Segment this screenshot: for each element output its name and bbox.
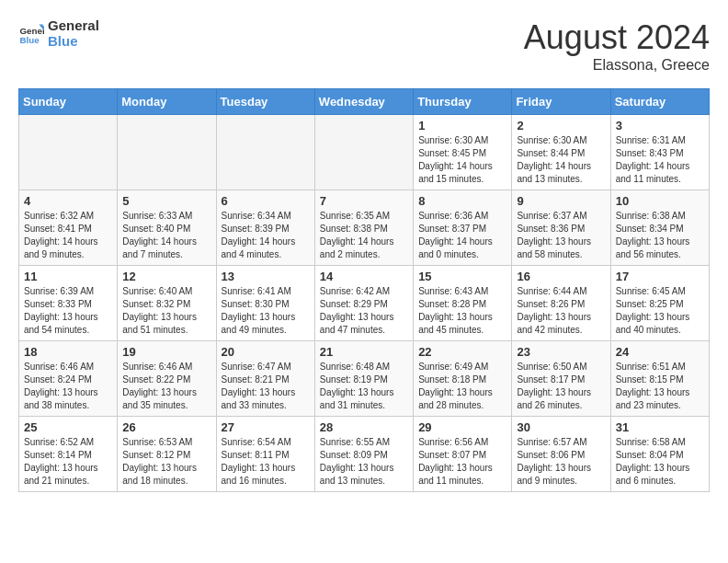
day-info: Sunrise: 6:48 AM Sunset: 8:19 PM Dayligh… [320,361,408,412]
day-number: 11 [24,270,112,283]
day-number: 28 [320,420,408,434]
day-number: 4 [24,194,112,208]
calendar-cell: 4Sunrise: 6:32 AM Sunset: 8:41 PM Daylig… [19,190,118,266]
calendar-cell: 15Sunrise: 6:43 AM Sunset: 8:28 PM Dayli… [414,266,512,341]
calendar-cell: 10Sunrise: 6:38 AM Sunset: 8:34 PM Dayli… [610,190,709,266]
calendar-cell: 17Sunrise: 6:45 AM Sunset: 8:25 PM Dayli… [610,266,709,341]
day-info: Sunrise: 6:37 AM Sunset: 8:36 PM Dayligh… [517,210,605,261]
calendar-cell: 13Sunrise: 6:41 AM Sunset: 8:30 PM Dayli… [216,266,314,341]
day-info: Sunrise: 6:35 AM Sunset: 8:38 PM Dayligh… [320,210,408,261]
day-number: 5 [122,194,210,208]
calendar-cell: 28Sunrise: 6:55 AM Sunset: 8:09 PM Dayli… [314,417,413,492]
day-number: 13 [222,270,310,283]
day-info: Sunrise: 6:34 AM Sunset: 8:39 PM Dayligh… [222,210,310,261]
calendar-cell: 14Sunrise: 6:42 AM Sunset: 8:29 PM Dayli… [314,266,413,341]
calendar-cell: 22Sunrise: 6:49 AM Sunset: 8:18 PM Dayli… [414,341,512,417]
day-number: 14 [320,270,408,283]
day-number: 21 [320,345,408,359]
day-info: Sunrise: 6:51 AM Sunset: 8:15 PM Dayligh… [616,361,704,412]
logo: General Blue General Blue [18,18,99,49]
day-info: Sunrise: 6:45 AM Sunset: 8:25 PM Dayligh… [616,285,704,337]
day-number: 27 [222,420,310,434]
day-number: 22 [418,345,506,359]
calendar-cell: 9Sunrise: 6:37 AM Sunset: 8:36 PM Daylig… [512,190,610,266]
day-info: Sunrise: 6:55 AM Sunset: 8:09 PM Dayligh… [320,436,408,488]
day-info: Sunrise: 6:43 AM Sunset: 8:28 PM Dayligh… [418,285,506,337]
day-number: 31 [616,420,704,434]
day-number: 3 [616,119,704,132]
day-info: Sunrise: 6:38 AM Sunset: 8:34 PM Dayligh… [616,210,704,261]
day-info: Sunrise: 6:30 AM Sunset: 8:44 PM Dayligh… [517,134,605,186]
calendar-cell: 19Sunrise: 6:46 AM Sunset: 8:22 PM Dayli… [118,341,216,417]
calendar-week-5: 25Sunrise: 6:52 AM Sunset: 8:14 PM Dayli… [19,417,710,492]
logo-text-blue: Blue [48,34,99,50]
calendar-cell: 29Sunrise: 6:56 AM Sunset: 8:07 PM Dayli… [414,417,512,492]
day-info: Sunrise: 6:49 AM Sunset: 8:18 PM Dayligh… [418,361,506,412]
calendar-cell: 1Sunrise: 6:30 AM Sunset: 8:45 PM Daylig… [414,115,512,190]
day-number: 2 [517,119,605,132]
calendar-cell: 5Sunrise: 6:33 AM Sunset: 8:40 PM Daylig… [118,190,216,266]
day-number: 26 [122,420,210,434]
day-number: 29 [418,420,506,434]
calendar-week-3: 11Sunrise: 6:39 AM Sunset: 8:33 PM Dayli… [19,266,710,341]
day-info: Sunrise: 6:57 AM Sunset: 8:06 PM Dayligh… [517,436,605,488]
col-header-monday: Monday [118,89,216,115]
day-number: 7 [320,194,408,208]
day-number: 24 [616,345,704,359]
day-info: Sunrise: 6:46 AM Sunset: 8:22 PM Dayligh… [122,361,210,412]
day-number: 15 [418,270,506,283]
calendar-week-1: 1Sunrise: 6:30 AM Sunset: 8:45 PM Daylig… [19,115,710,190]
calendar-cell [19,115,118,190]
day-number: 20 [222,345,310,359]
day-number: 16 [517,270,605,283]
day-info: Sunrise: 6:53 AM Sunset: 8:12 PM Dayligh… [122,436,210,488]
col-header-wednesday: Wednesday [314,89,413,115]
day-number: 1 [418,119,506,132]
day-info: Sunrise: 6:41 AM Sunset: 8:30 PM Dayligh… [222,285,310,337]
calendar-cell: 7Sunrise: 6:35 AM Sunset: 8:38 PM Daylig… [314,190,413,266]
day-info: Sunrise: 6:44 AM Sunset: 8:26 PM Dayligh… [517,285,605,337]
day-info: Sunrise: 6:54 AM Sunset: 8:11 PM Dayligh… [222,436,310,488]
day-info: Sunrise: 6:36 AM Sunset: 8:37 PM Dayligh… [418,210,506,261]
calendar-cell: 23Sunrise: 6:50 AM Sunset: 8:17 PM Dayli… [512,341,610,417]
day-info: Sunrise: 6:30 AM Sunset: 8:45 PM Dayligh… [418,134,506,186]
calendar-cell: 27Sunrise: 6:54 AM Sunset: 8:11 PM Dayli… [216,417,314,492]
logo-text-general: General [48,18,99,34]
day-info: Sunrise: 6:56 AM Sunset: 8:07 PM Dayligh… [418,436,506,488]
day-info: Sunrise: 6:52 AM Sunset: 8:14 PM Dayligh… [24,436,112,488]
day-info: Sunrise: 6:32 AM Sunset: 8:41 PM Dayligh… [24,210,112,261]
calendar-cell: 20Sunrise: 6:47 AM Sunset: 8:21 PM Dayli… [216,341,314,417]
day-info: Sunrise: 6:40 AM Sunset: 8:32 PM Dayligh… [122,285,210,337]
calendar-cell: 11Sunrise: 6:39 AM Sunset: 8:33 PM Dayli… [19,266,118,341]
day-number: 6 [222,194,310,208]
col-header-tuesday: Tuesday [216,89,314,115]
col-header-saturday: Saturday [610,89,709,115]
day-number: 12 [122,270,210,283]
col-header-sunday: Sunday [19,89,118,115]
day-number: 18 [24,345,112,359]
calendar-cell: 31Sunrise: 6:58 AM Sunset: 8:04 PM Dayli… [610,417,709,492]
calendar-cell: 26Sunrise: 6:53 AM Sunset: 8:12 PM Dayli… [118,417,216,492]
location-subtitle: Elassona, Greece [524,57,710,74]
day-number: 30 [517,420,605,434]
day-info: Sunrise: 6:50 AM Sunset: 8:17 PM Dayligh… [517,361,605,412]
calendar-cell: 16Sunrise: 6:44 AM Sunset: 8:26 PM Dayli… [512,266,610,341]
day-info: Sunrise: 6:42 AM Sunset: 8:29 PM Dayligh… [320,285,408,337]
calendar-cell [118,115,216,190]
day-info: Sunrise: 6:39 AM Sunset: 8:33 PM Dayligh… [24,285,112,337]
calendar-cell: 25Sunrise: 6:52 AM Sunset: 8:14 PM Dayli… [19,417,118,492]
day-number: 9 [517,194,605,208]
calendar-cell: 24Sunrise: 6:51 AM Sunset: 8:15 PM Dayli… [610,341,709,417]
calendar-cell: 12Sunrise: 6:40 AM Sunset: 8:32 PM Dayli… [118,266,216,341]
day-number: 17 [616,270,704,283]
calendar-week-4: 18Sunrise: 6:46 AM Sunset: 8:24 PM Dayli… [19,341,710,417]
day-info: Sunrise: 6:33 AM Sunset: 8:40 PM Dayligh… [122,210,210,261]
day-number: 25 [24,420,112,434]
day-number: 8 [418,194,506,208]
day-info: Sunrise: 6:58 AM Sunset: 8:04 PM Dayligh… [616,436,704,488]
calendar-cell: 21Sunrise: 6:48 AM Sunset: 8:19 PM Dayli… [314,341,413,417]
calendar-cell [314,115,413,190]
day-number: 23 [517,345,605,359]
day-number: 19 [122,345,210,359]
logo-icon: General Blue [18,21,44,47]
